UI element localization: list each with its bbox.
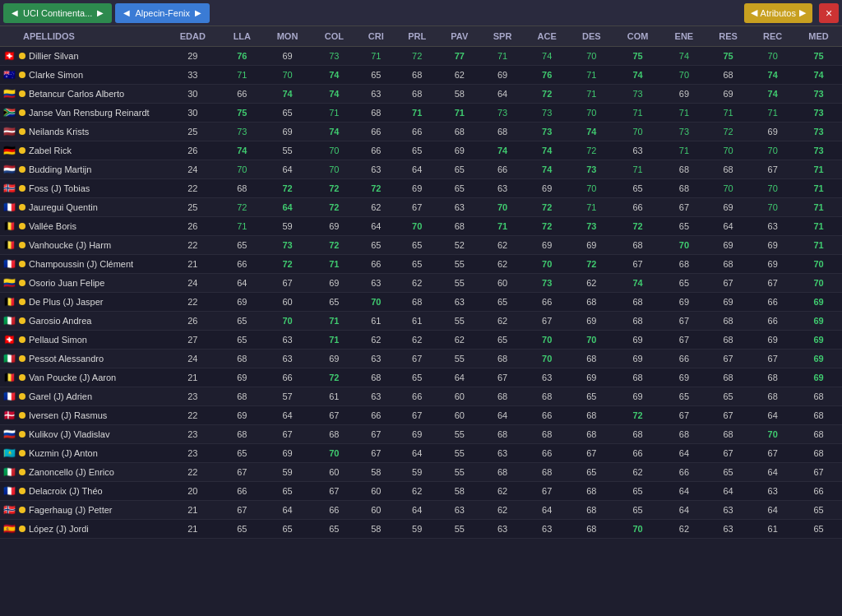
rider-name-cell[interactable]: 🇫🇷Jauregui Quentin [0,198,164,217]
table-row[interactable]: 🇳🇴Fagerhaug (J) Petter216764666064636264… [0,501,842,520]
table-row[interactable]: 🇮🇹Garosio Andrea266570716161556267696867… [0,312,842,331]
rider-stat-rec: 69 [750,255,795,274]
rider-name-cell[interactable]: 🇫🇷Delacroix (J) Théo [0,482,164,501]
rider-name-cell[interactable]: 🇳🇱Budding Martijn [0,160,164,179]
rider-name-cell[interactable]: 🇷🇺Kulikov (J) Vladislav [0,425,164,444]
rider-name-cell[interactable]: 🇱🇻Neilands Krists [0,123,164,141]
tab-atributos[interactable]: ◀ Atributos ▶ [744,3,812,23]
col-header-col: COL [312,26,357,47]
rider-name-cell[interactable]: 🇰🇿Kuzmin (J) Anton [0,444,164,463]
tab-uci[interactable]: ◀ UCI Continenta... ▶ [3,3,112,23]
flag-icon: 🇮🇹 [3,466,16,478]
rider-name-cell[interactable]: 🇨🇴Osorio Juan Felipe [0,274,164,293]
rider-stat-res: 68 [706,368,751,387]
table-row[interactable]: 🇨🇴Betancur Carlos Alberto306674746368586… [0,85,842,104]
rider-name-cell[interactable]: 🇮🇹Zanoncello (J) Enrico [0,463,164,482]
rider-stat-ene: 68 [662,179,706,198]
table-row[interactable]: 🇳🇴Foss (J) Tobias22687272726965636970656… [0,179,842,198]
rider-name-cell[interactable]: 🇳🇴Foss (J) Tobias [0,179,164,198]
rider-name-cell[interactable]: 🇳🇴Fagerhaug (J) Petter [0,501,164,520]
rider-name-cell[interactable]: 🇨🇭Pellaud Simon [0,331,164,350]
rider-dot [19,223,25,229]
tab-uci-arrow-right[interactable]: ▶ [95,8,105,17]
tab-uci-arrow-left[interactable]: ◀ [10,8,20,17]
rider-stat-prl: 68 [396,85,439,104]
table-row[interactable]: 🇫🇷Champoussin (J) Clément216672716665556… [0,255,842,274]
rider-name-cell[interactable]: 🇫🇷Champoussin (J) Clément [0,255,164,274]
rider-name-cell[interactable]: 🇫🇷Garel (J) Adrien [0,387,164,406]
tab-atributos-arrow-right[interactable]: ▶ [799,7,806,18]
rider-name-cell[interactable]: 🇨🇭Dillier Silvan [0,47,164,66]
table-row[interactable]: 🇷🇺Kulikov (J) Vladislav23686768676955686… [0,425,842,444]
rider-name-cell[interactable]: 🇪🇸López (J) Jordi [0,520,164,539]
table-container[interactable]: APELLIDOS EDAD LLA MON COL CRI PRL PAV S… [0,26,842,616]
rider-name-cell[interactable]: 🇧🇪Vanhoucke (J) Harm [0,236,164,255]
table-row[interactable]: 🇳🇱Budding Martijn24706470636465667473716… [0,160,842,179]
table-row[interactable]: 🇿🇦Janse Van Rensburg Reinardt30756571687… [0,104,842,123]
close-button[interactable]: × [819,3,839,23]
rider-stat-des: 62 [570,274,614,293]
rider-stat-med: 71 [795,236,842,255]
rider-stat-com: 68 [613,312,662,331]
rider-stat-ace: 66 [525,444,570,463]
table-row[interactable]: 🇪🇸López (J) Jordi21656565585955636368706… [0,520,842,539]
rider-name-cell[interactable]: 🇧🇪Vallée Boris [0,217,164,236]
rider-stat-res: 69 [706,85,751,104]
table-row[interactable]: 🇧🇪De Plus (J) Jasper22696065706863656668… [0,293,842,312]
table-row[interactable]: 🇮🇹Pessot Alessandro246863696367556870686… [0,350,842,368]
tab-team[interactable]: ◀ Alpecin-Fenix ▶ [115,3,210,23]
rider-name-cell[interactable]: 🇨🇴Betancur Carlos Alberto [0,85,164,104]
rider-age: 30 [164,85,221,104]
table-row[interactable]: 🇮🇹Zanoncello (J) Enrico22675960585955686… [0,463,842,482]
table-row[interactable]: 🇧🇪Van Poucke (J) Aaron216966726865646763… [0,368,842,387]
table-row[interactable]: 🇨🇭Dillier Silvan297669737172777174707574… [0,47,842,66]
rider-stat-ace: 76 [525,66,570,85]
table-row[interactable]: 🇨🇭Pellaud Simon2765637162626265707069676… [0,331,842,350]
table-row[interactable]: 🇰🇿Kuzmin (J) Anton2365697067645563666766… [0,444,842,463]
tab-team-arrow-right[interactable]: ▶ [193,8,203,17]
rider-stat-com: 65 [613,501,662,520]
rider-stat-spr: 68 [480,463,525,482]
rider-stat-com: 74 [613,274,662,293]
rider-name-cell[interactable]: 🇧🇪Van Poucke (J) Aaron [0,368,164,387]
table-row[interactable]: 🇩🇪Zabel Rick2674557066656974747263717070… [0,141,842,160]
rider-name-cell[interactable]: 🇩🇰Iversen (J) Rasmus [0,406,164,425]
rider-stat-ace: 69 [525,179,570,198]
rider-stat-cri: 65 [357,66,396,85]
rider-stat-prl: 64 [396,160,439,179]
tab-atributos-arrow-left[interactable]: ◀ [751,7,757,18]
rider-stat-col: 66 [312,501,357,520]
rider-stat-res: 63 [706,501,751,520]
table-row[interactable]: 🇨🇴Osorio Juan Felipe24646769636255607362… [0,274,842,293]
rider-stat-med: 69 [795,293,842,312]
rider-stat-com: 69 [613,331,662,350]
rider-name: Delacroix (J) Théo [29,486,103,496]
table-row[interactable]: 🇱🇻Neilands Krists25736974666668687374707… [0,123,842,141]
table-row[interactable]: 🇫🇷Jauregui Quentin2572647262676370727166… [0,198,842,217]
table-row[interactable]: 🇦🇺Clarke Simon33717074656862697671747068… [0,66,842,85]
table-row[interactable]: 🇫🇷Garel (J) Adrien2368576163666068686569… [0,387,842,406]
table-row[interactable]: 🇧🇪Vallée Boris26715969647068717273726564… [0,217,842,236]
rider-stat-lla: 74 [221,141,263,160]
rider-stat-ene: 70 [662,236,706,255]
rider-stat-med: 73 [795,85,842,104]
rider-stat-com: 68 [613,368,662,387]
rider-stat-mon: 64 [263,160,312,179]
rider-stat-prl: 65 [396,236,439,255]
rider-age: 26 [164,141,221,160]
rider-name-cell[interactable]: 🇩🇪Zabel Rick [0,141,164,160]
tab-team-arrow-left[interactable]: ◀ [122,8,132,17]
table-row[interactable]: 🇩🇰Iversen (J) Rasmus22696467666760646668… [0,406,842,425]
rider-name: Zabel Rick [29,146,72,155]
rider-name-cell[interactable]: 🇮🇹Pessot Alessandro [0,350,164,368]
table-row[interactable]: 🇫🇷Delacroix (J) Théo20666567606258626768… [0,482,842,501]
flag-icon: 🇮🇹 [3,315,16,327]
rider-name-cell[interactable]: 🇧🇪De Plus (J) Jasper [0,293,164,312]
rider-stat-pav: 69 [438,141,480,160]
table-row[interactable]: 🇧🇪Vanhoucke (J) Harm22657372656552626969… [0,236,842,255]
rider-name-cell[interactable]: 🇮🇹Garosio Andrea [0,312,164,331]
rider-name-cell[interactable]: 🇦🇺Clarke Simon [0,66,164,85]
rider-name-cell[interactable]: 🇿🇦Janse Van Rensburg Reinardt [0,104,164,123]
rider-stat-col: 61 [312,387,357,406]
rider-stat-res: 68 [706,66,751,85]
